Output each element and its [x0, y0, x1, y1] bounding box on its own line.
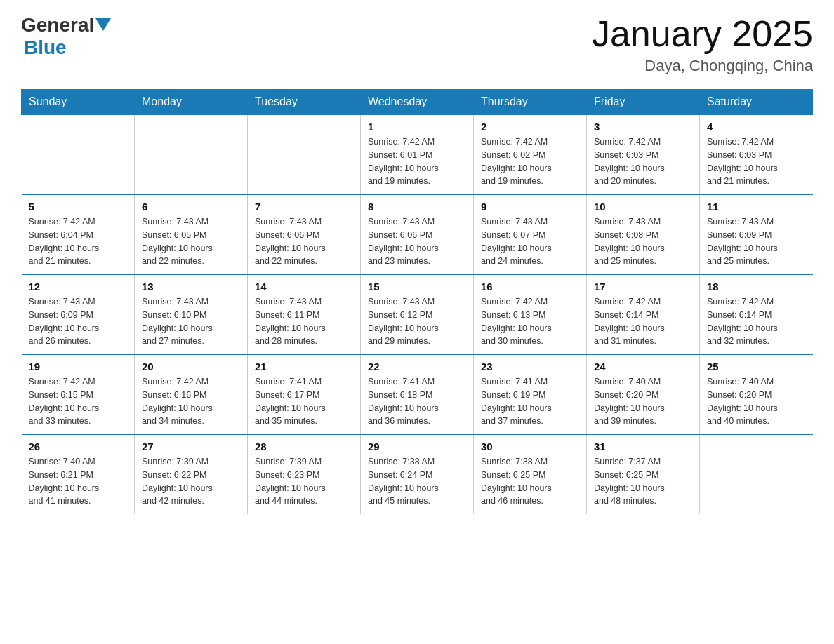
day-number: 24	[594, 361, 692, 373]
day-info: Sunrise: 7:42 AM Sunset: 6:14 PM Dayligh…	[707, 295, 806, 348]
day-number: 12	[29, 281, 128, 293]
day-info: Sunrise: 7:40 AM Sunset: 6:21 PM Dayligh…	[29, 455, 128, 508]
day-info: Sunrise: 7:42 AM Sunset: 6:02 PM Dayligh…	[481, 135, 579, 188]
logo: General Blue	[21, 14, 111, 59]
day-number: 21	[255, 361, 353, 373]
day-info: Sunrise: 7:42 AM Sunset: 6:03 PM Dayligh…	[594, 135, 692, 188]
calendar-cell: 29Sunrise: 7:38 AM Sunset: 6:24 PM Dayli…	[361, 434, 474, 514]
day-info: Sunrise: 7:43 AM Sunset: 6:06 PM Dayligh…	[255, 215, 353, 268]
day-number: 11	[707, 201, 806, 213]
day-info: Sunrise: 7:43 AM Sunset: 6:07 PM Dayligh…	[481, 215, 579, 268]
day-number: 1	[368, 121, 466, 133]
day-number: 22	[368, 361, 466, 373]
day-info: Sunrise: 7:41 AM Sunset: 6:18 PM Dayligh…	[368, 375, 466, 428]
day-number: 16	[481, 281, 579, 293]
calendar-cell: 1Sunrise: 7:42 AM Sunset: 6:01 PM Daylig…	[361, 114, 474, 194]
calendar-cell: 11Sunrise: 7:43 AM Sunset: 6:09 PM Dayli…	[700, 194, 813, 274]
day-number: 19	[29, 361, 128, 373]
calendar-cell: 28Sunrise: 7:39 AM Sunset: 6:23 PM Dayli…	[248, 434, 361, 514]
day-number: 30	[481, 441, 579, 452]
day-info: Sunrise: 7:42 AM Sunset: 6:03 PM Dayligh…	[707, 135, 806, 188]
day-number: 23	[481, 361, 579, 373]
calendar-cell	[700, 434, 813, 514]
calendar-week-row: 19Sunrise: 7:42 AM Sunset: 6:15 PM Dayli…	[22, 354, 813, 434]
day-number: 14	[255, 281, 353, 293]
day-info: Sunrise: 7:42 AM Sunset: 6:01 PM Dayligh…	[368, 135, 466, 188]
calendar-cell: 4Sunrise: 7:42 AM Sunset: 6:03 PM Daylig…	[700, 114, 813, 194]
calendar-cell: 2Sunrise: 7:42 AM Sunset: 6:02 PM Daylig…	[474, 114, 587, 194]
day-number: 4	[707, 121, 806, 133]
day-info: Sunrise: 7:39 AM Sunset: 6:23 PM Dayligh…	[255, 455, 353, 508]
calendar-subtitle: Daya, Chongqing, China	[592, 57, 813, 75]
day-info: Sunrise: 7:41 AM Sunset: 6:17 PM Dayligh…	[255, 375, 353, 428]
calendar-cell: 13Sunrise: 7:43 AM Sunset: 6:10 PM Dayli…	[135, 274, 248, 354]
day-info: Sunrise: 7:41 AM Sunset: 6:19 PM Dayligh…	[481, 375, 579, 428]
day-info: Sunrise: 7:43 AM Sunset: 6:09 PM Dayligh…	[29, 295, 128, 348]
day-number: 3	[594, 121, 692, 133]
header-saturday: Saturday	[700, 90, 813, 115]
calendar-cell: 6Sunrise: 7:43 AM Sunset: 6:05 PM Daylig…	[135, 194, 248, 274]
day-number: 6	[142, 201, 240, 213]
day-info: Sunrise: 7:42 AM Sunset: 6:15 PM Dayligh…	[29, 375, 128, 428]
calendar-table: SundayMondayTuesdayWednesdayThursdayFrid…	[21, 89, 813, 514]
calendar-cell	[135, 114, 248, 194]
day-info: Sunrise: 7:40 AM Sunset: 6:20 PM Dayligh…	[707, 375, 806, 428]
svg-marker-0	[95, 18, 111, 31]
calendar-header-row: SundayMondayTuesdayWednesdayThursdayFrid…	[22, 90, 813, 115]
day-info: Sunrise: 7:38 AM Sunset: 6:24 PM Dayligh…	[368, 455, 466, 508]
calendar-cell: 30Sunrise: 7:38 AM Sunset: 6:25 PM Dayli…	[474, 434, 587, 514]
title-block: January 2025 Daya, Chongqing, China	[592, 14, 813, 75]
calendar-cell: 19Sunrise: 7:42 AM Sunset: 6:15 PM Dayli…	[22, 354, 135, 434]
calendar-cell: 5Sunrise: 7:42 AM Sunset: 6:04 PM Daylig…	[22, 194, 135, 274]
calendar-cell: 15Sunrise: 7:43 AM Sunset: 6:12 PM Dayli…	[361, 274, 474, 354]
calendar-cell: 10Sunrise: 7:43 AM Sunset: 6:08 PM Dayli…	[587, 194, 700, 274]
day-number: 26	[29, 441, 128, 452]
day-number: 28	[255, 441, 353, 452]
day-info: Sunrise: 7:42 AM Sunset: 6:04 PM Dayligh…	[29, 215, 128, 268]
day-number: 2	[481, 121, 579, 133]
calendar-cell: 9Sunrise: 7:43 AM Sunset: 6:07 PM Daylig…	[474, 194, 587, 274]
day-number: 18	[707, 281, 806, 293]
calendar-cell: 31Sunrise: 7:37 AM Sunset: 6:25 PM Dayli…	[587, 434, 700, 514]
calendar-cell: 14Sunrise: 7:43 AM Sunset: 6:11 PM Dayli…	[248, 274, 361, 354]
day-info: Sunrise: 7:43 AM Sunset: 6:11 PM Dayligh…	[255, 295, 353, 348]
calendar-cell: 25Sunrise: 7:40 AM Sunset: 6:20 PM Dayli…	[700, 354, 813, 434]
day-number: 9	[481, 201, 579, 213]
calendar-cell: 17Sunrise: 7:42 AM Sunset: 6:14 PM Dayli…	[587, 274, 700, 354]
calendar-cell: 18Sunrise: 7:42 AM Sunset: 6:14 PM Dayli…	[700, 274, 813, 354]
day-number: 13	[142, 281, 240, 293]
day-info: Sunrise: 7:40 AM Sunset: 6:20 PM Dayligh…	[594, 375, 692, 428]
day-info: Sunrise: 7:42 AM Sunset: 6:14 PM Dayligh…	[594, 295, 692, 348]
day-info: Sunrise: 7:43 AM Sunset: 6:06 PM Dayligh…	[368, 215, 466, 268]
calendar-cell: 27Sunrise: 7:39 AM Sunset: 6:22 PM Dayli…	[135, 434, 248, 514]
day-number: 5	[29, 201, 128, 213]
calendar-week-row: 1Sunrise: 7:42 AM Sunset: 6:01 PM Daylig…	[22, 114, 813, 194]
page-header: General Blue January 2025 Daya, Chongqin…	[21, 14, 813, 75]
day-number: 31	[594, 441, 692, 452]
day-number: 15	[368, 281, 466, 293]
calendar-cell: 16Sunrise: 7:42 AM Sunset: 6:13 PM Dayli…	[474, 274, 587, 354]
day-info: Sunrise: 7:43 AM Sunset: 6:08 PM Dayligh…	[594, 215, 692, 268]
logo-arrow-icon	[95, 18, 111, 34]
calendar-cell: 8Sunrise: 7:43 AM Sunset: 6:06 PM Daylig…	[361, 194, 474, 274]
day-number: 7	[255, 201, 353, 213]
logo-blue-text: Blue	[24, 36, 67, 58]
header-thursday: Thursday	[474, 90, 587, 115]
header-wednesday: Wednesday	[361, 90, 474, 115]
calendar-cell: 23Sunrise: 7:41 AM Sunset: 6:19 PM Dayli…	[474, 354, 587, 434]
calendar-cell: 7Sunrise: 7:43 AM Sunset: 6:06 PM Daylig…	[248, 194, 361, 274]
header-monday: Monday	[135, 90, 248, 115]
logo-general-text: General	[21, 14, 94, 36]
calendar-week-row: 26Sunrise: 7:40 AM Sunset: 6:21 PM Dayli…	[22, 434, 813, 514]
calendar-cell: 3Sunrise: 7:42 AM Sunset: 6:03 PM Daylig…	[587, 114, 700, 194]
day-info: Sunrise: 7:39 AM Sunset: 6:22 PM Dayligh…	[142, 455, 240, 508]
header-tuesday: Tuesday	[248, 90, 361, 115]
day-number: 10	[594, 201, 692, 213]
calendar-cell	[248, 114, 361, 194]
day-number: 17	[594, 281, 692, 293]
day-number: 20	[142, 361, 240, 373]
calendar-title: January 2025	[592, 14, 813, 54]
day-info: Sunrise: 7:43 AM Sunset: 6:12 PM Dayligh…	[368, 295, 466, 348]
calendar-cell: 20Sunrise: 7:42 AM Sunset: 6:16 PM Dayli…	[135, 354, 248, 434]
day-info: Sunrise: 7:43 AM Sunset: 6:10 PM Dayligh…	[142, 295, 240, 348]
